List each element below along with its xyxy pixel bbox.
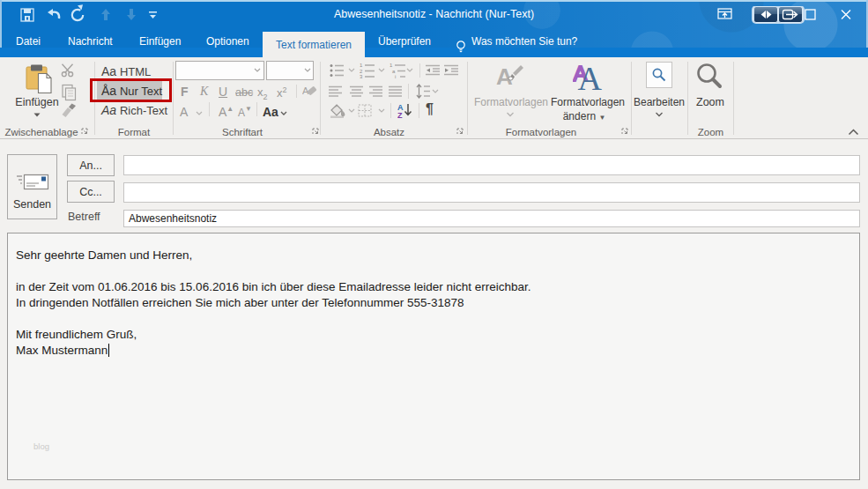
svg-text:A: A [578,64,603,94]
svg-text:2: 2 [360,69,363,74]
svg-text:i: i [395,74,396,78]
svg-text:a: a [392,69,396,74]
svg-text:Z: Z [397,111,403,118]
svg-text:1: 1 [360,63,363,68]
svg-text:3: 3 [360,74,363,78]
svg-text:1: 1 [389,63,393,68]
